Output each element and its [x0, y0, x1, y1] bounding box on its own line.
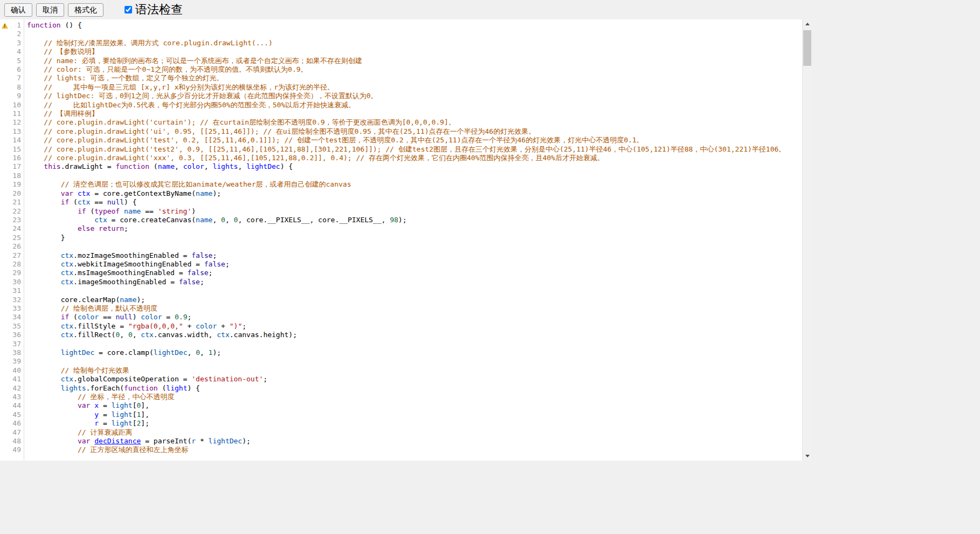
code-text[interactable]: // core.plugin.drawLight('test2', 0.9, [… — [25, 145, 802, 154]
code-text[interactable]: // core.plugin.drawLight('xxx', 0.3, [[2… — [25, 154, 802, 162]
code-line[interactable]: 23 ctx = core.createCanvas(name, 0, 0, c… — [0, 216, 802, 224]
code-text[interactable]: // 绘制灯光/漆黑层效果。调用方式 core.plugin.drawLight… — [25, 39, 802, 47]
code-text[interactable]: // 绘制每个灯光效果 — [25, 366, 802, 375]
code-text[interactable]: // lights: 可选，一个数组，定义了每个独立的灯光。 — [25, 74, 802, 83]
code-text[interactable]: core.clearMap(name); — [25, 296, 802, 304]
code-line[interactable]: 44 var x = light[0], — [0, 401, 802, 410]
code-text[interactable]: ctx.webkitImageSmoothingEnabled = false; — [25, 260, 802, 269]
code-line[interactable]: 18 — [0, 172, 802, 180]
code-line[interactable]: 1function () { — [0, 21, 802, 30]
code-text[interactable]: // color: 可选，只能是一个0~1之间的数，为不透明度的值。不填则默认为… — [25, 65, 802, 74]
code-text[interactable]: if (color == null) color = 0.9; — [25, 313, 802, 321]
code-editor[interactable]: 1function () {23 // 绘制灯光/漆黑层效果。调用方式 core… — [0, 19, 811, 461]
code-line[interactable]: 34 if (color == null) color = 0.9; — [0, 313, 802, 321]
code-text[interactable]: if (ctx == null) { — [25, 198, 802, 207]
code-text[interactable]: // 比如lightDec为0.5代表，每个灯光部分内圈50%的范围全亮，50%… — [25, 101, 802, 109]
code-line[interactable]: 27 ctx.mozImageSmoothingEnabled = false; — [0, 251, 802, 260]
code-line[interactable]: 47 // 计算衰减距离 — [0, 428, 802, 437]
code-line[interactable]: 22 if (typeof name == 'string') — [0, 207, 802, 216]
code-text[interactable]: y = light[1], — [25, 410, 802, 419]
code-line[interactable]: 7 // lights: 可选，一个数组，定义了每个独立的灯光。 — [0, 74, 802, 83]
code-text[interactable]: // 计算衰减距离 — [25, 428, 802, 437]
code-text[interactable]: ctx.msImageSmoothingEnabled = false; — [25, 269, 802, 277]
code-line[interactable]: 3 // 绘制灯光/漆黑层效果。调用方式 core.plugin.drawLig… — [0, 39, 802, 47]
code-text[interactable]: var x = light[0], — [25, 401, 802, 410]
code-text[interactable]: // 绘制色调层，默认不透明度 — [25, 304, 802, 313]
code-line[interactable]: 43 // 坐标，半径，中心不透明度 — [0, 393, 802, 401]
scrollbar-thumb[interactable] — [803, 30, 811, 66]
scrollbar-up-arrow-icon[interactable] — [803, 19, 811, 29]
code-text[interactable]: this.drawLight = function (name, color, … — [25, 162, 802, 171]
code-line[interactable]: 36 ctx.fillRect(0, 0, ctx.canvas.width, … — [0, 331, 802, 339]
code-line[interactable]: 16 // core.plugin.drawLight('xxx', 0.3, … — [0, 154, 802, 162]
code-text[interactable]: // core.plugin.drawLight('test', 0.2, [[… — [25, 136, 802, 145]
code-line[interactable]: 20 var ctx = core.getContextByName(name)… — [0, 189, 802, 198]
code-text[interactable]: var decDistance = parseInt(r * lightDec)… — [25, 437, 802, 446]
code-text[interactable]: ctx.fillStyle = "rgba(0,0,0," + color + … — [25, 322, 802, 331]
code-line[interactable]: 31 — [0, 286, 802, 295]
confirm-button[interactable]: 确认 — [4, 3, 32, 17]
code-text[interactable]: function () { — [25, 21, 802, 30]
code-text[interactable]: // name: 必填，要绘制到的画布名；可以是一个系统画布，或者是个自定义画布… — [25, 57, 802, 65]
code-line[interactable]: 37 — [0, 340, 802, 348]
code-line[interactable]: 29 ctx.msImageSmoothingEnabled = false; — [0, 269, 802, 277]
code-line[interactable]: 45 y = light[1], — [0, 410, 802, 419]
code-text[interactable]: // 其中每一项是三元组 [x,y,r] x和y分别为该灯光的横纵坐标，r为该灯… — [25, 83, 802, 92]
code-line[interactable]: 11 // 【调用样例】 — [0, 109, 802, 118]
code-line[interactable]: 46 r = light[2]; — [0, 419, 802, 428]
code-text[interactable]: else return; — [25, 224, 802, 233]
code-text[interactable]: var ctx = core.getContextByName(name); — [25, 189, 802, 198]
code-line[interactable]: 4 // 【参数说明】 — [0, 47, 802, 56]
code-line[interactable]: 19 // 清空色调层；也可以修改成其它层比如animate/weather层，… — [0, 180, 802, 189]
code-line[interactable]: 26 — [0, 242, 802, 251]
cancel-button[interactable]: 取消 — [36, 3, 64, 17]
code-line[interactable]: 33 // 绘制色调层，默认不透明度 — [0, 304, 802, 313]
code-text[interactable]: // core.plugin.drawLight('curtain'); // … — [25, 118, 802, 127]
code-line[interactable]: 10 // 比如lightDec为0.5代表，每个灯光部分内圈50%的范围全亮，… — [0, 101, 802, 109]
code-line[interactable]: 25 } — [0, 234, 802, 242]
code-line[interactable]: 5 // name: 必填，要绘制到的画布名；可以是一个系统画布，或者是个自定义… — [0, 57, 802, 65]
code-text[interactable]: lights.forEach(function (light) { — [25, 384, 802, 393]
editor-scrollbar[interactable] — [802, 19, 811, 461]
syntax-check-checkbox[interactable] — [125, 6, 132, 13]
code-text[interactable]: ctx.imageSmoothingEnabled = false; — [25, 278, 802, 286]
code-text[interactable]: } — [25, 234, 802, 242]
code-text[interactable]: ctx.mozImageSmoothingEnabled = false; — [25, 251, 802, 260]
code-line[interactable]: 32 core.clearMap(name); — [0, 296, 802, 304]
code-text[interactable]: // 【调用样例】 — [25, 109, 802, 118]
code-line[interactable]: 30 ctx.imageSmoothingEnabled = false; — [0, 278, 802, 286]
code-line[interactable]: 49 // 正方形区域的直径和左上角坐标 — [0, 446, 802, 454]
code-line[interactable]: 14 // core.plugin.drawLight('test', 0.2,… — [0, 136, 802, 145]
code-line[interactable]: 24 else return; — [0, 224, 802, 233]
code-line[interactable]: 48 var decDistance = parseInt(r * lightD… — [0, 437, 802, 446]
code-line[interactable]: 28 ctx.webkitImageSmoothingEnabled = fal… — [0, 260, 802, 269]
code-text[interactable]: ctx.fillRect(0, 0, ctx.canvas.width, ctx… — [25, 331, 802, 339]
code-line[interactable]: 39 — [0, 357, 802, 366]
code-text[interactable]: // 【参数说明】 — [25, 47, 802, 56]
code-line[interactable]: 2 — [0, 30, 802, 38]
code-text[interactable]: // lightDec: 可选，0到1之间，光从多少百分比才开始衰减（在此范围内… — [25, 92, 802, 100]
scrollbar-down-arrow-icon[interactable] — [803, 451, 811, 461]
code-line[interactable]: 40 // 绘制每个灯光效果 — [0, 366, 802, 375]
code-text[interactable]: lightDec = core.clamp(lightDec, 0, 1); — [25, 348, 802, 357]
code-text[interactable]: ctx = core.createCanvas(name, 0, 0, core… — [25, 216, 802, 224]
code-line[interactable]: 12 // core.plugin.drawLight('curtain'); … — [0, 118, 802, 127]
code-line[interactable]: 21 if (ctx == null) { — [0, 198, 802, 207]
format-button[interactable]: 格式化 — [68, 3, 103, 17]
code-line[interactable]: 35 ctx.fillStyle = "rgba(0,0,0," + color… — [0, 322, 802, 331]
code-line[interactable]: 17 this.drawLight = function (name, colo… — [0, 162, 802, 171]
lint-warning-icon[interactable] — [0, 21, 10, 30]
code-line[interactable]: 38 lightDec = core.clamp(lightDec, 0, 1)… — [0, 348, 802, 357]
code-text[interactable]: ctx.globalCompositeOperation = 'destinat… — [25, 375, 802, 384]
code-text[interactable]: if (typeof name == 'string') — [25, 207, 802, 216]
code-line[interactable]: 6 // color: 可选，只能是一个0~1之间的数，为不透明度的值。不填则默… — [0, 65, 802, 74]
code-line[interactable]: 15 // core.plugin.drawLight('test2', 0.9… — [0, 145, 802, 154]
code-text[interactable]: // 清空色调层；也可以修改成其它层比如animate/weather层，或者用… — [25, 180, 802, 189]
code-text[interactable]: r = light[2]; — [25, 419, 802, 428]
code-line[interactable]: 8 // 其中每一项是三元组 [x,y,r] x和y分别为该灯光的横纵坐标，r为… — [0, 83, 802, 92]
code-line[interactable]: 13 // core.plugin.drawLight('ui', 0.95, … — [0, 127, 802, 136]
code-text[interactable]: // core.plugin.drawLight('ui', 0.95, [[2… — [25, 127, 802, 136]
code-line[interactable]: 42 lights.forEach(function (light) { — [0, 384, 802, 393]
code-line[interactable]: 9 // lightDec: 可选，0到1之间，光从多少百分比才开始衰减（在此范… — [0, 92, 802, 100]
code-text[interactable]: // 坐标，半径，中心不透明度 — [25, 393, 802, 401]
